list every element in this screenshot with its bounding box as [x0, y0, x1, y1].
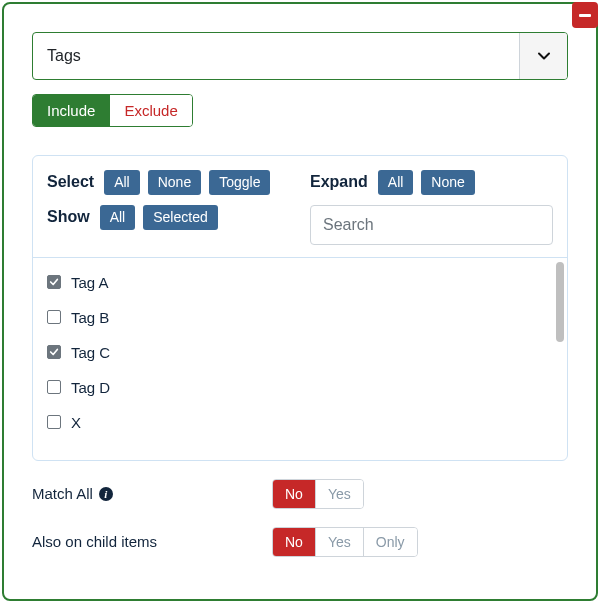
tag-list-wrap: Tag ATag BTag CTag DX	[33, 258, 567, 460]
list-item[interactable]: Tag C	[47, 344, 553, 361]
child-items-row: Also on child items No Yes Only	[32, 527, 568, 557]
match-all-label: Match All i	[32, 485, 272, 502]
list-item[interactable]: X	[47, 414, 553, 431]
expand-all-button[interactable]: All	[378, 170, 414, 195]
expand-label: Expand	[310, 173, 368, 191]
show-label: Show	[47, 208, 90, 226]
match-all-toggle: No Yes	[272, 479, 364, 509]
expand-row: Expand All None	[310, 170, 553, 195]
checkbox[interactable]	[47, 415, 61, 429]
show-row: Show All Selected	[47, 205, 290, 230]
dropdown-label: Tags	[47, 47, 81, 65]
checkbox[interactable]	[47, 275, 61, 289]
right-actions-column: Expand All None	[310, 170, 553, 245]
chevron-down-icon	[519, 33, 567, 79]
selector-header: Select All None Toggle Show All Selected…	[33, 156, 567, 258]
select-toggle-button[interactable]: Toggle	[209, 170, 270, 195]
child-items-only[interactable]: Only	[363, 528, 417, 556]
checkbox[interactable]	[47, 345, 61, 359]
show-all-button[interactable]: All	[100, 205, 136, 230]
tag-selector: Select All None Toggle Show All Selected…	[32, 155, 568, 461]
checkbox[interactable]	[47, 380, 61, 394]
search-input[interactable]	[310, 205, 553, 245]
child-items-toggle: No Yes Only	[272, 527, 418, 557]
list-item-label: Tag A	[71, 274, 109, 291]
select-label: Select	[47, 173, 94, 191]
checkbox[interactable]	[47, 310, 61, 324]
search-row	[310, 205, 553, 245]
include-button[interactable]: Include	[33, 95, 109, 126]
info-icon[interactable]: i	[99, 487, 113, 501]
match-all-yes[interactable]: Yes	[315, 480, 363, 508]
select-all-button[interactable]: All	[104, 170, 140, 195]
exclude-button[interactable]: Exclude	[109, 95, 191, 126]
include-exclude-toggle: Include Exclude	[32, 94, 193, 127]
tag-list: Tag ATag BTag CTag DX	[33, 258, 567, 439]
expand-none-button[interactable]: None	[421, 170, 474, 195]
child-items-label: Also on child items	[32, 533, 272, 550]
remove-panel-button[interactable]	[572, 2, 598, 28]
match-all-row: Match All i No Yes	[32, 479, 568, 509]
filter-type-dropdown[interactable]: Tags	[32, 32, 568, 80]
child-items-yes[interactable]: Yes	[315, 528, 363, 556]
list-item-label: Tag D	[71, 379, 110, 396]
scrollbar-thumb[interactable]	[556, 262, 564, 342]
show-selected-button[interactable]: Selected	[143, 205, 217, 230]
minus-icon	[579, 14, 591, 17]
filter-panel: Tags Include Exclude Select All None Tog…	[2, 2, 598, 601]
left-actions-column: Select All None Toggle Show All Selected	[47, 170, 290, 245]
chevron-svg	[536, 48, 552, 64]
list-item-label: X	[71, 414, 81, 431]
list-item[interactable]: Tag A	[47, 274, 553, 291]
select-row: Select All None Toggle	[47, 170, 290, 195]
list-item[interactable]: Tag B	[47, 309, 553, 326]
match-all-text: Match All	[32, 485, 93, 502]
match-all-no[interactable]: No	[273, 480, 315, 508]
select-none-button[interactable]: None	[148, 170, 201, 195]
scrollbar[interactable]	[556, 262, 564, 456]
list-item-label: Tag C	[71, 344, 110, 361]
list-item[interactable]: Tag D	[47, 379, 553, 396]
child-items-no[interactable]: No	[273, 528, 315, 556]
list-item-label: Tag B	[71, 309, 109, 326]
